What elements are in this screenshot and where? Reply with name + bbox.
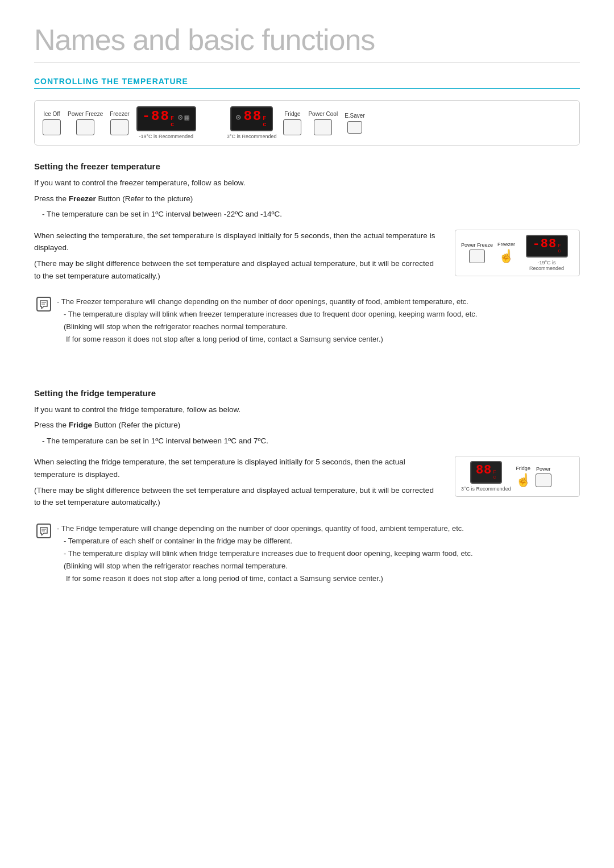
fridge-section: Setting the fridge temperature If you wa…: [34, 388, 580, 585]
fridge-label: Fridge: [284, 111, 300, 117]
mini-fridge-display-col: 88 F c 3°C is Recommended: [461, 461, 511, 492]
freezer-notes-text: - The Freezer temperature will change de…: [57, 296, 580, 346]
fridge-recommend: 3°C is Recommended: [227, 134, 277, 139]
control-panel-diagram: Ice Off Power Freeze Freezer -88 F c ⚙ ▦: [34, 100, 580, 146]
freezer-led-display: -88 F c ⚙ ▦: [136, 106, 196, 131]
freezer-display-group: -88 F c ⚙ ▦ -19°C is Recommended: [136, 106, 196, 139]
note-icon-freezer: [36, 297, 51, 312]
panel-group-power-freeze: Power Freeze: [68, 111, 103, 135]
fridge-section-title: Setting the fridge temperature: [34, 388, 580, 398]
freezer-temp-value: -88: [142, 110, 170, 123]
freezer-diagram-col: Power Freeze Freezer ☝ -88 F c: [455, 230, 580, 276]
fridge-intro: If you want to control the fridge temper…: [34, 404, 580, 416]
mini-fridge-label: Fridge: [516, 466, 530, 471]
panel-group-freezer: Freezer: [110, 111, 129, 135]
fridge-notes-text: - The Fridge temperature will change dep…: [57, 522, 580, 585]
mini-power-col: Power: [536, 466, 551, 487]
fridge-temp-value: 88: [243, 110, 262, 123]
freezer-section-title: Setting the freezer temperature: [34, 161, 580, 171]
fridge-two-col: When selecting the fridge temperature, t…: [34, 456, 580, 512]
fridge-note-block: - The Fridge temperature will change dep…: [34, 522, 580, 585]
panel-group-power-cool: Power Cool: [308, 111, 338, 135]
panel-group-esaver: E.Saver: [345, 113, 365, 134]
fridge-button: [283, 119, 301, 135]
freezer-temp-range: - The temperature can be set in 1ºC inte…: [42, 208, 580, 221]
freezer-mini-panel: Power Freeze Freezer ☝ -88 F c: [455, 230, 580, 276]
power-freeze-button: [76, 119, 94, 135]
fridge-display-group: ⊙ 88 F c 3°C is Recommended: [227, 106, 277, 139]
mini-freezer-temp: -88: [533, 238, 557, 251]
mini-power-freeze-label: Power Freeze: [461, 242, 493, 248]
mini-fridge-btn-col: Fridge ☝: [516, 466, 531, 488]
mini-power-freeze-button: [469, 250, 485, 263]
mini-power-label: Power: [536, 466, 551, 472]
panel-group-ice-off: Ice Off: [43, 111, 61, 135]
mini-power-freeze-col: Power Freeze: [461, 242, 493, 263]
fridge-diagram-col: 88 F c 3°C is Recommended Fridge ☝: [455, 456, 580, 497]
mini-freezer-led: -88 F c: [526, 235, 568, 258]
fridge-paren-text: (There may be slight difference between …: [34, 484, 441, 509]
ice-off-button: [43, 119, 61, 135]
fridge-led-display: ⊙ 88 F c: [230, 106, 273, 131]
freezer-when-text: When selecting the temperature, the set …: [34, 230, 441, 254]
mini-freezer-label: Freezer: [497, 242, 515, 247]
fridge-when-text: When selecting the fridge temperature, t…: [34, 456, 441, 480]
click-icon-fridge: ☝: [516, 473, 531, 488]
freezer-button: [110, 119, 128, 135]
freezer-label: Freezer: [110, 111, 129, 117]
mini-freezer-display-col: -88 F c -19°C is Recommended: [520, 235, 574, 271]
freezer-recommend: -19°C is Recommended: [139, 134, 193, 139]
grid-icon: ▦: [184, 113, 190, 122]
power-freeze-label: Power Freeze: [68, 111, 103, 117]
note-icon-fridge: [36, 524, 51, 538]
freezer-paren-text: (There may be slight difference between …: [34, 258, 441, 282]
freezer-unit-c: c: [171, 122, 175, 128]
camera-icon: ⊙: [236, 113, 242, 122]
freezer-two-col: When selecting the temperature, the set …: [34, 230, 580, 285]
freezer-intro: If you want to control the freezer tempe…: [34, 177, 580, 189]
fridge-unit-c: c: [263, 122, 267, 128]
esaver-button: [347, 121, 362, 134]
fridge-press-line: Press the Fridge Button (Refer the pictu…: [34, 419, 580, 431]
section-header: CONTROLLING THE TEMPERATURE: [34, 77, 580, 89]
panel-group-fridge: Fridge: [283, 111, 301, 135]
page-title: Names and basic functions: [34, 23, 580, 63]
click-icon: ☝: [499, 249, 514, 264]
freezer-unit-f: F: [171, 115, 175, 122]
fridge-text-col: When selecting the fridge temperature, t…: [34, 456, 441, 512]
mini-fridge-led: 88 F c: [470, 461, 502, 484]
fridge-unit-f: F: [263, 115, 267, 122]
mini-fridge-temp: 88: [476, 464, 492, 477]
freezer-section: Setting the freezer temperature If you w…: [34, 161, 580, 346]
mini-fridge-recommend: 3°C is Recommended: [461, 486, 511, 492]
freezer-note-block: - The Freezer temperature will change de…: [34, 296, 580, 346]
ice-off-label: Ice Off: [43, 111, 60, 117]
mini-freezer-recommend: -19°C is Recommended: [520, 260, 574, 271]
esaver-label: E.Saver: [345, 113, 365, 119]
power-cool-label: Power Cool: [308, 111, 338, 117]
mini-power-button: [536, 474, 551, 487]
gear-icon: ⚙: [178, 113, 184, 122]
freezer-press-line: Press the Freezer Button (Refer to the p…: [34, 193, 580, 205]
fridge-temp-range: - The temperature can be set in 1ºC inte…: [42, 435, 580, 447]
fridge-mini-panel: 88 F c 3°C is Recommended Fridge ☝: [455, 456, 580, 497]
power-cool-button: [314, 119, 332, 135]
freezer-text-col: When selecting the temperature, the set …: [34, 230, 441, 285]
mini-freezer-col: Freezer ☝: [497, 242, 515, 264]
